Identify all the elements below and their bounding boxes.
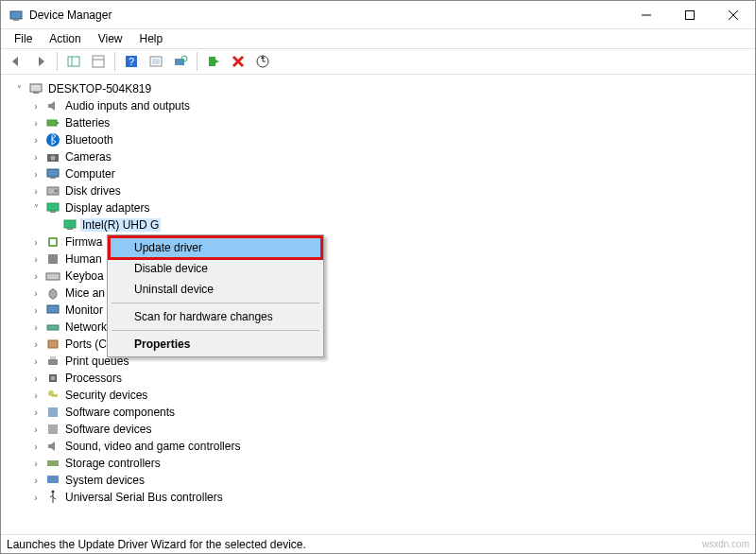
tree-item-bluetooth[interactable]: ›Bluetooth [12, 131, 753, 148]
storage-icon [45, 456, 60, 471]
uninstall-device-button[interactable] [227, 51, 249, 72]
expand-icon[interactable]: › [29, 186, 43, 197]
show-hide-console-button[interactable] [62, 51, 85, 72]
expand-icon[interactable]: › [29, 373, 43, 384]
expand-icon[interactable]: › [29, 237, 43, 248]
pc-icon [45, 166, 60, 182]
tree-item-usb[interactable]: ›Universal Serial Bus controllers [12, 489, 753, 506]
svg-rect-44 [50, 356, 56, 359]
svg-rect-14 [175, 59, 184, 65]
tree-item-sw-devices[interactable]: ›Software devices [12, 421, 753, 438]
ctx-update-driver[interactable]: Update driver [110, 237, 321, 258]
tree-item-sound[interactable]: ›Sound, video and game controllers [12, 438, 753, 455]
svg-rect-49 [48, 407, 58, 417]
enable-device-button[interactable] [202, 51, 225, 72]
scan-hardware-button[interactable] [169, 51, 192, 72]
expand-icon[interactable]: › [29, 118, 43, 129]
keyboard-icon [45, 268, 60, 284]
tree-item-security[interactable]: ›Security devices [12, 387, 753, 404]
svg-rect-40 [47, 305, 59, 313]
menu-action[interactable]: Action [42, 31, 88, 46]
collapse-icon[interactable]: ˅ [29, 203, 43, 214]
tree-item-cameras[interactable]: ›Cameras [12, 148, 753, 165]
show-hidden-button[interactable] [145, 51, 167, 72]
display-icon [45, 200, 60, 216]
expand-icon[interactable]: › [29, 459, 43, 469]
expand-icon[interactable]: › [29, 135, 43, 146]
app-icon [9, 8, 24, 23]
system-icon [45, 473, 60, 488]
ctx-scan-hardware[interactable]: Scan for hardware changes [110, 306, 321, 327]
svg-rect-32 [50, 211, 56, 213]
properties-button[interactable] [87, 51, 110, 72]
expand-icon[interactable]: › [29, 254, 43, 265]
svg-rect-52 [47, 476, 59, 483]
close-button[interactable] [712, 1, 755, 29]
expand-icon[interactable]: › [29, 390, 43, 401]
expand-icon[interactable]: › [29, 424, 43, 435]
expand-icon[interactable]: › [29, 493, 43, 503]
svg-rect-43 [48, 359, 58, 365]
expand-icon[interactable]: › [29, 169, 43, 180]
security-icon [45, 388, 60, 403]
svg-rect-3 [686, 10, 695, 19]
back-button[interactable] [5, 51, 27, 72]
expand-icon[interactable]: › [29, 322, 43, 333]
svg-rect-51 [47, 460, 59, 466]
svg-rect-22 [47, 120, 57, 126]
tree-root[interactable]: ˅ DESKTOP-504K819 [12, 80, 753, 97]
minimize-button[interactable] [625, 1, 668, 29]
svg-rect-13 [152, 59, 160, 64]
root-label: DESKTOP-504K819 [46, 82, 153, 95]
hid-icon [45, 251, 60, 267]
menu-help[interactable]: Help [132, 31, 171, 46]
svg-point-39 [49, 289, 57, 299]
menu-bar: File Action View Help [1, 29, 755, 48]
audio-icon [45, 98, 60, 113]
update-driver-button[interactable] [251, 51, 274, 72]
menu-file[interactable]: File [7, 31, 40, 46]
svg-point-53 [52, 491, 55, 493]
tree-item-processors[interactable]: ›Processors [12, 370, 753, 387]
svg-rect-16 [209, 57, 215, 66]
menu-view[interactable]: View [91, 31, 130, 46]
swdev-icon [45, 422, 60, 437]
tree-item-batteries[interactable]: ›Batteries [12, 114, 753, 131]
collapse-icon[interactable]: ˅ [12, 84, 26, 95]
expand-icon[interactable]: › [29, 305, 43, 316]
maximize-button[interactable] [668, 1, 712, 29]
tree-item-disk-drives[interactable]: ›Disk drives [12, 182, 753, 199]
expand-icon[interactable]: › [29, 101, 43, 112]
svg-rect-50 [48, 424, 58, 434]
mouse-icon [45, 286, 60, 301]
component-icon [45, 405, 60, 420]
help-button[interactable]: ? [120, 51, 143, 72]
svg-rect-6 [68, 57, 79, 66]
expand-icon[interactable]: › [29, 271, 43, 282]
ctx-properties[interactable]: Properties [110, 334, 321, 355]
tree-item-audio[interactable]: ›Audio inputs and outputs [12, 97, 753, 114]
tree-item-intel-uhd[interactable]: Intel(R) UHD G [12, 216, 753, 234]
expand-icon[interactable]: › [29, 441, 43, 452]
expand-icon[interactable]: › [29, 476, 43, 486]
svg-rect-46 [51, 376, 55, 380]
tree-item-display-adapters[interactable]: ˅Display adapters [12, 199, 753, 216]
expand-icon[interactable]: › [29, 288, 43, 299]
tree-item-system[interactable]: ›System devices [12, 472, 753, 489]
expand-icon[interactable]: › [29, 407, 43, 418]
ctx-disable-device[interactable]: Disable device [110, 258, 321, 279]
tree-item-storage[interactable]: ›Storage controllers [12, 455, 753, 472]
expand-icon[interactable]: › [29, 152, 43, 163]
usb-icon [45, 490, 60, 505]
svg-rect-27 [47, 169, 59, 177]
expand-icon[interactable]: › [29, 356, 43, 367]
cpu-icon [45, 371, 60, 386]
svg-rect-34 [67, 228, 73, 230]
ctx-uninstall-device[interactable]: Uninstall device [110, 279, 321, 300]
tree-item-computer[interactable]: ›Computer [12, 165, 753, 182]
status-bar: Launches the Update Driver Wizard for th… [1, 534, 755, 553]
watermark: wsxdn.com [702, 539, 749, 549]
tree-item-sw-components[interactable]: ›Software components [12, 404, 753, 421]
expand-icon[interactable]: › [29, 339, 43, 350]
forward-button[interactable] [29, 51, 52, 72]
